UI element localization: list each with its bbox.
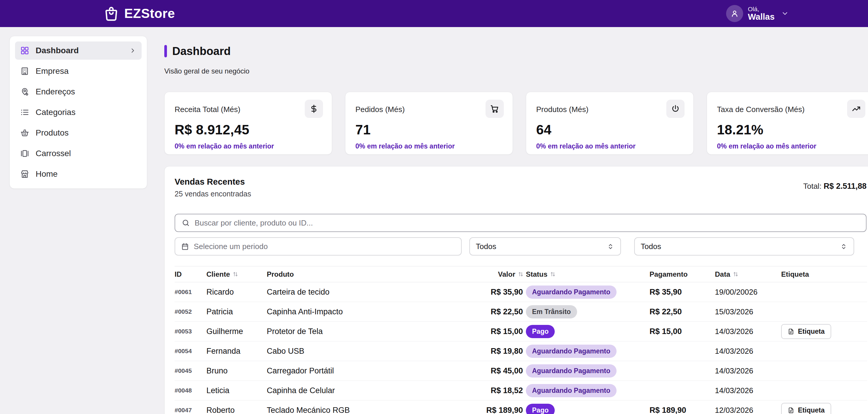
calendar-icon [181, 243, 189, 250]
cliente-cell: Fernanda [207, 341, 267, 361]
accent-bar [164, 45, 167, 57]
chevrons-up-down-icon [840, 243, 848, 250]
data-cell: 19/00/20026 [715, 282, 781, 302]
power-icon [666, 100, 685, 118]
sort-icon [733, 271, 739, 277]
produto-cell: Protetor de Tela [267, 322, 477, 341]
table-row: #0061 Ricardo Carteira de tecido R$ 35,9… [175, 282, 867, 302]
sidebar-item-enderecos[interactable]: Endereços [15, 82, 142, 101]
sidebar-item-label: Dashboard [36, 46, 123, 55]
user-menu[interactable]: Olá, Wallas [726, 5, 789, 22]
payment-filter-value: Todos [641, 242, 835, 251]
sidebar-item-empresa[interactable]: Empresa [15, 62, 142, 80]
stat-card-produtos: Produtos (Més) 64 0% em relação ao mês a… [526, 92, 694, 155]
sort-icon [518, 271, 524, 277]
stat-delta: 0% em relação ao mês anterior [175, 142, 323, 150]
pagamento-cell [650, 341, 715, 361]
sales-count: 25 vendas encontradas [175, 189, 867, 198]
sales-panel: Vendas Recentes 25 vendas encontradas To… [164, 166, 868, 414]
column-status[interactable]: Status [526, 266, 650, 282]
data-cell: 14/03/2026 [715, 381, 781, 401]
sales-table: ID Cliente Produto Valor Status Pagament… [175, 266, 867, 414]
search-input[interactable] [195, 218, 860, 228]
carousel-icon [20, 149, 29, 158]
page-title: Dashboard [172, 45, 230, 58]
payment-filter-select[interactable]: Todos [634, 237, 854, 255]
sales-title: Vendas Recentes [175, 177, 867, 187]
status-badge: Pago [526, 404, 555, 414]
sidebar-item-label: Categorias [36, 108, 136, 117]
table-row: #0053 Guilherme Protetor de Tela R$ 15,0… [175, 322, 867, 341]
produto-cell: Capinha de Celular [267, 381, 477, 401]
column-cliente[interactable]: Cliente [207, 266, 267, 282]
sidebar-item-label: Endereços [36, 87, 136, 97]
sidebar-item-dashboard[interactable]: Dashboard [15, 41, 142, 60]
table-row: #0045 Bruno Carregador Portátil R$ 45,00… [175, 361, 867, 381]
sales-total: Total: R$ 2.511,88 [803, 182, 867, 191]
stat-value: R$ 8.912,45 [175, 122, 323, 138]
sidebar-item-home[interactable]: Home [15, 165, 142, 183]
period-placeholder: Selecione um periodo [194, 242, 268, 251]
file-text-icon [787, 407, 795, 414]
stat-label: Pedidos (Més) [355, 105, 504, 114]
column-data[interactable]: Data [715, 266, 781, 282]
username: Wallas [748, 12, 775, 22]
sidebar: Dashboard Empresa Endereços Categorias [9, 36, 147, 189]
building-icon [20, 67, 29, 76]
data-cell: 14/03/2026 [715, 341, 781, 361]
table-row: #0052 Patricia Capinha Anti-Impacto R$ 2… [175, 302, 867, 322]
sidebar-item-label: Carrossel [36, 149, 136, 158]
produto-cell: Carregador Portátil [267, 361, 477, 381]
period-picker[interactable]: Selecione um periodo [175, 237, 462, 255]
list-icon [20, 108, 29, 117]
store-icon [20, 170, 29, 178]
stat-card-pedidos: Pedidos (Més) 71 0% em relação ao mês an… [345, 92, 513, 155]
map-pin-icon [20, 87, 29, 96]
main-content: Dashboard Visão geral de seu negócio Rec… [164, 36, 868, 414]
user-greeting: Olá, Wallas [748, 6, 775, 22]
table-row: #0047 Roberto Teclado Mecánico RGB R$ 18… [175, 401, 867, 414]
page-subtitle: Visão geral de seu negócio [164, 67, 868, 75]
order-id: #0061 [175, 282, 207, 302]
column-valor[interactable]: Valor [477, 266, 526, 282]
produto-cell: Capinha Anti-Impacto [267, 302, 477, 322]
stat-label: Produtos (Més) [536, 105, 685, 114]
cliente-cell: Patricia [207, 302, 267, 322]
sidebar-item-carrossel[interactable]: Carrossel [15, 144, 142, 163]
chevron-down-icon[interactable] [781, 10, 789, 18]
cliente-cell: Bruno [207, 361, 267, 381]
brand-name: EZStore [124, 6, 175, 21]
order-id: #0054 [175, 341, 207, 361]
user-icon [730, 9, 739, 18]
etiqueta-button[interactable]: Etiqueta [781, 324, 831, 339]
etiqueta-button[interactable]: Etiqueta [781, 403, 831, 414]
top-header: EZStore Olá, Wallas [0, 0, 868, 27]
valor-cell: R$ 45,00 [477, 361, 526, 381]
valor-cell: R$ 35,90 [477, 282, 526, 302]
stat-delta: 0% em relação ao mês anterior [355, 142, 504, 150]
produto-cell: Carteira de tecido [267, 282, 477, 302]
data-cell: 14/03/2026 [715, 361, 781, 381]
sort-icon [232, 271, 239, 277]
status-filter-value: Todos [476, 242, 602, 251]
cliente-cell: Leticia [207, 381, 267, 401]
trending-up-icon [847, 100, 865, 118]
filters-row: Selecione um periodo Todos Todos [175, 237, 867, 255]
shopping-bag-icon [103, 5, 120, 22]
status-filter-select[interactable]: Todos [469, 237, 621, 255]
status-badge: Aguardando Pagamento [526, 285, 617, 299]
stat-delta: 0% em relação ao mês anterior [536, 142, 685, 150]
sidebar-item-categorias[interactable]: Categorias [15, 103, 142, 122]
stat-card-receita: Receita Total (Més) R$ 8.912,45 0% em re… [164, 92, 332, 155]
total-value: R$ 2.511,88 [824, 182, 867, 191]
stat-delta: 0% em relação ao mês anterior [717, 142, 865, 150]
stat-value: 18.21% [717, 122, 865, 138]
valor-cell: R$ 22,50 [477, 302, 526, 322]
pagamento-cell: R$ 35,90 [650, 282, 715, 302]
valor-cell: R$ 18,52 [477, 381, 526, 401]
pagamento-cell [650, 361, 715, 381]
column-produto: Produto [267, 266, 477, 282]
sidebar-item-produtos[interactable]: Produtos [15, 124, 142, 142]
stat-label: Taxa de Conversão (Més) [717, 105, 865, 114]
table-row: #0054 Fernanda Cabo USB R$ 19,80 Aguarda… [175, 341, 867, 361]
